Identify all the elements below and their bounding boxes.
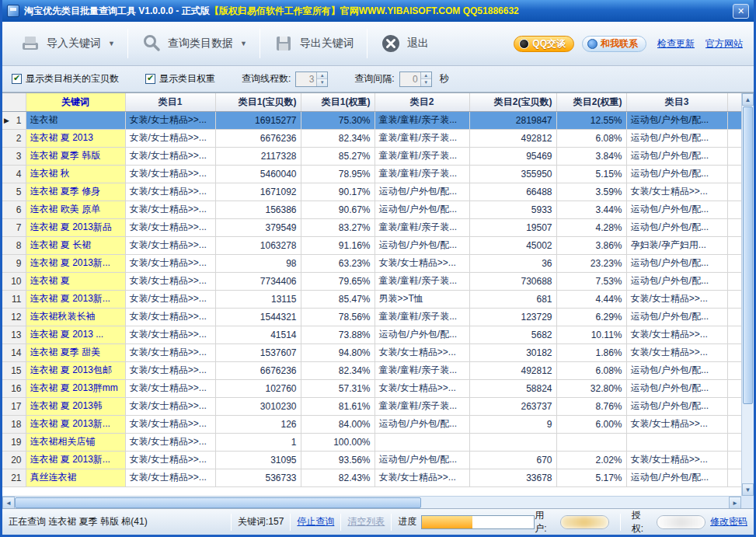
grid-cell[interactable]: 女装/女士精品>>... — [626, 343, 727, 361]
grid-cell[interactable]: 123729 — [469, 308, 556, 326]
exit-button[interactable]: 退出 — [371, 26, 438, 61]
export-keywords-button[interactable]: 导出关键词 — [263, 26, 364, 61]
grid-cell[interactable]: 运动包/户外包/配... — [626, 272, 727, 290]
grid-cell[interactable]: 681 — [469, 290, 556, 308]
grid-cell[interactable]: 85.27% — [301, 147, 375, 165]
grid-cell[interactable]: 41514 — [215, 326, 301, 343]
grid-cell[interactable]: 9 — [469, 415, 556, 433]
grid-cell[interactable]: 连衣裙秋装长袖 — [26, 308, 125, 326]
grid-cell[interactable]: 运动包/户外包/配... — [626, 397, 727, 415]
horizontal-scroll-thumb[interactable] — [15, 497, 421, 508]
grid-cell[interactable]: 童装/童鞋/亲子装... — [375, 165, 469, 183]
stop-query-link[interactable]: 停止查询 — [297, 515, 334, 528]
row-number-cell[interactable]: 10 — [2, 272, 26, 290]
grid-cell[interactable]: 连衣裙 欧美 原单 — [26, 201, 125, 218]
column-header[interactable]: 类目3 — [626, 93, 727, 111]
grid-cell[interactable]: 83.27% — [301, 218, 375, 236]
grid-cell[interactable] — [727, 343, 741, 361]
grid-cell[interactable]: 女装/女士精品>>... — [626, 451, 727, 469]
grid-cell[interactable]: 连衣裙 夏 — [26, 272, 125, 290]
grid-cell[interactable] — [727, 218, 741, 236]
table-row[interactable]: 10连衣裙 夏女装/女士精品>>...773440679.65%童装/童鞋/亲子… — [2, 272, 741, 290]
grid-cell[interactable]: 连衣裙 夏 2013新品 — [26, 218, 125, 236]
grid-cell[interactable]: 女装/女士精品>>... — [375, 254, 469, 272]
row-number-cell[interactable]: 13 — [2, 326, 26, 343]
grid-cell[interactable]: 66488 — [469, 183, 556, 201]
grid-cell[interactable]: 女装/女士精品>>... — [125, 451, 215, 469]
grid-cell[interactable]: 童装/童鞋/亲子装... — [375, 308, 469, 326]
grid-cell[interactable]: 运动包/户外包/配... — [626, 147, 727, 165]
grid-cell[interactable]: 女装/女士精品>>... — [626, 415, 727, 433]
grid-cell[interactable]: 670 — [469, 451, 556, 469]
table-row[interactable]: 20连衣裙 夏 2013新...女装/女士精品>>...3109593.56%运… — [2, 451, 741, 469]
grid-cell[interactable]: 童装/童鞋/亲子装... — [375, 147, 469, 165]
grid-cell[interactable]: 连衣裙 秋 — [26, 165, 125, 183]
grid-cell[interactable]: 94.80% — [301, 343, 375, 361]
table-row[interactable]: 13连衣裙 夏 2013 ...女装/女士精品>>...4151473.88%运… — [2, 326, 741, 343]
grid-cell[interactable] — [727, 129, 741, 147]
chevron-down-icon[interactable]: ▼ — [240, 40, 247, 47]
grid-cell[interactable]: 女装/女士精品>>... — [125, 361, 215, 379]
grid-cell[interactable]: 5460040 — [215, 165, 301, 183]
grid-cell[interactable] — [727, 308, 741, 326]
table-row[interactable]: ▶1连衣裙女装/女士精品>>...1691527775.30%童装/童鞋/亲子装… — [2, 111, 741, 129]
column-header[interactable]: 类目2(权重) — [556, 93, 626, 111]
grid-cell[interactable]: 女装/女士精品>>... — [125, 415, 215, 433]
grid-cell[interactable]: 32.80% — [556, 379, 626, 397]
column-header[interactable]: 类目2 — [375, 93, 469, 111]
grid-cell[interactable]: 45002 — [469, 236, 556, 254]
change-password-link[interactable]: 修改密码 — [710, 515, 747, 528]
grid-cell[interactable]: 58824 — [469, 379, 556, 397]
grid-cell[interactable] — [375, 433, 469, 451]
grid-cell[interactable]: 女装/女士精品>>... — [626, 290, 727, 308]
grid-cell[interactable]: 6676236 — [215, 129, 301, 147]
column-header[interactable]: 类 — [727, 93, 741, 111]
grid-cell[interactable]: 31095 — [215, 451, 301, 469]
grid-cell[interactable]: 男装>>T恤 — [375, 290, 469, 308]
grid-cell[interactable]: 75.30% — [301, 111, 375, 129]
show-weight-checkbox[interactable]: 显示类目权重 — [145, 72, 215, 85]
grid-cell[interactable] — [727, 290, 741, 308]
table-row[interactable]: 7连衣裙 夏 2013新品女装/女士精品>>...37954983.27%童装/… — [2, 218, 741, 236]
grid-cell[interactable]: 90.67% — [301, 201, 375, 218]
grid-cell[interactable]: 5.17% — [556, 469, 626, 486]
grid-cell[interactable]: 12.55% — [556, 111, 626, 129]
grid-cell[interactable]: 95469 — [469, 147, 556, 165]
row-number-cell[interactable]: 2 — [2, 129, 26, 147]
horizontal-scrollbar[interactable]: ◄ ► — [2, 496, 741, 508]
table-row[interactable]: 19连衣裙相关店铺女装/女士精品>>...1100.00% — [2, 433, 741, 451]
grid-cell[interactable]: 女装/女士精品>>... — [125, 397, 215, 415]
grid-cell[interactable]: 运动包/户外包/配... — [626, 379, 727, 397]
grid-cell[interactable]: 女装/女士精品>>... — [125, 254, 215, 272]
scroll-up-icon[interactable]: ▲ — [742, 93, 754, 106]
grid-cell[interactable]: 79.65% — [301, 272, 375, 290]
thread-count-spinner[interactable]: 3 ▲ ▼ — [295, 71, 328, 87]
grid-cell[interactable]: 连衣裙 夏 2013包邮 — [26, 361, 125, 379]
grid-cell[interactable]: 8.76% — [556, 397, 626, 415]
grid-cell[interactable]: 6.08% — [556, 361, 626, 379]
row-number-cell[interactable]: 11 — [2, 290, 26, 308]
grid-cell[interactable]: 7734406 — [215, 272, 301, 290]
grid-cell[interactable]: 19507 — [469, 218, 556, 236]
table-row[interactable]: 8连衣裙 夏 长裙女装/女士精品>>...106327891.16%运动包/户外… — [2, 236, 741, 254]
row-number-cell[interactable]: 4 — [2, 165, 26, 183]
grid-cell[interactable]: 6.08% — [556, 129, 626, 147]
grid-cell[interactable] — [727, 165, 741, 183]
grid-cell[interactable]: 3.44% — [556, 201, 626, 218]
query-category-button[interactable]: 查询类目数据 ▼ — [131, 26, 256, 61]
grid-cell[interactable]: 6.29% — [556, 308, 626, 326]
grid-cell[interactable]: 连衣裙 夏 2013新... — [26, 451, 125, 469]
grid-cell[interactable]: 156386 — [215, 201, 301, 218]
grid-cell[interactable]: 女装/女士精品>>... — [125, 433, 215, 451]
grid-cell[interactable]: 100.00% — [301, 433, 375, 451]
grid-cell[interactable]: 连衣裙 — [26, 111, 125, 129]
grid-cell[interactable]: 运动包/户外包/配... — [626, 254, 727, 272]
grid-cell[interactable] — [727, 326, 741, 343]
grid-cell[interactable]: 连衣裙 夏 2013 — [26, 129, 125, 147]
grid-cell[interactable] — [727, 415, 741, 433]
grid-cell[interactable]: 492812 — [469, 361, 556, 379]
table-row[interactable]: 3连衣裙 夏季 韩版女装/女士精品>>...211732885.27%童装/童鞋… — [2, 147, 741, 165]
grid-cell[interactable]: 女装/女士精品>>... — [125, 272, 215, 290]
table-row[interactable]: 17连衣裙 夏 2013韩女装/女士精品>>...301023081.61%童装… — [2, 397, 741, 415]
row-number-cell[interactable]: 18 — [2, 415, 26, 433]
